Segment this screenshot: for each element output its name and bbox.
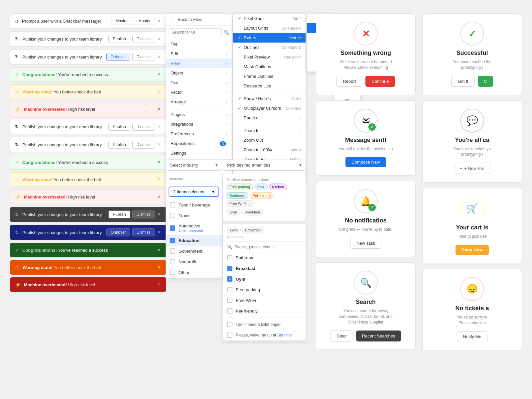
menu-item-edit[interactable]: Edit ›: [166, 49, 232, 59]
active-tag-gym[interactable]: Gym: [227, 227, 241, 233]
close-icon[interactable]: ×: [157, 17, 161, 25]
dismiss-btn[interactable]: Dismiss: [132, 35, 155, 43]
close-icon[interactable]: ×: [157, 141, 161, 148]
report-btn[interactable]: Report: [336, 76, 362, 87]
submenu-mask-outlines[interactable]: Mask Outlines: [233, 62, 306, 71]
menu-item-file[interactable]: File ›: [166, 39, 232, 49]
checkbox-food[interactable]: [170, 202, 175, 207]
publish-btn[interactable]: Publish: [108, 210, 130, 218]
amenity-bathroom[interactable]: Bathroom: [223, 252, 306, 263]
checkbox-free-wifi[interactable]: [227, 298, 232, 303]
close-icon[interactable]: ×: [157, 193, 161, 200]
submenu-zoom-100[interactable]: Zoom to 100% Shift+0: [233, 145, 306, 155]
close-icon[interactable]: ×: [157, 123, 161, 130]
tag-breakfast[interactable]: Breakfast: [241, 209, 263, 215]
master-btn-2[interactable]: Master: [134, 17, 155, 25]
checkbox-toilet-paper[interactable]: [227, 322, 232, 327]
shop-now-btn[interactable]: Shop Now: [456, 245, 489, 255]
submenu-multiplayer-cursors[interactable]: ✓ Multiplayer Cursors Ctrl+Alt+\: [233, 103, 306, 113]
checkbox-bathroom[interactable]: [227, 255, 232, 260]
checkbox-nonprofit[interactable]: [170, 259, 175, 264]
tag-kitchen[interactable]: Kitchen: [269, 184, 287, 190]
amenities-dropdown-trigger[interactable]: Pick desired amenities ▾: [223, 160, 306, 171]
onhover-btn[interactable]: Onhover: [106, 53, 130, 61]
industry-item-government[interactable]: Government: [166, 246, 222, 256]
checkbox-gym[interactable]: ✓: [227, 276, 232, 282]
tag-pool[interactable]: Pool: [254, 184, 268, 190]
checkbox-other[interactable]: [170, 270, 175, 275]
close-icon[interactable]: ×: [157, 229, 161, 236]
close-icon[interactable]: ×: [157, 88, 161, 95]
close-icon[interactable]: ×: [157, 264, 161, 271]
dismiss-btn[interactable]: Dismiss: [132, 228, 155, 236]
menu-item-text[interactable]: Text ›: [166, 78, 232, 87]
got-it-btn[interactable]: Got It: [451, 76, 474, 87]
submenu-rulers[interactable]: ✓ Rulers Shift+R: [233, 33, 306, 43]
close-icon[interactable]: ×: [157, 176, 161, 183]
industry-item-food[interactable]: Food / beverage: [166, 200, 222, 210]
submenu-panels[interactable]: Panels ›: [233, 113, 306, 123]
menu-item-preferences[interactable]: Preferences ›: [166, 129, 232, 139]
amenity-free-wifi[interactable]: Free Wi-Fi: [223, 295, 306, 306]
recent-searches-btn[interactable]: Recent Searches: [356, 331, 401, 341]
industry-selected-item[interactable]: 2 items selected ▾: [169, 187, 219, 197]
checkbox-education[interactable]: ✓: [170, 238, 175, 243]
close-icon[interactable]: ×: [157, 211, 161, 218]
tag-close-icon[interactable]: ×: [249, 201, 251, 205]
tag-bathroom[interactable]: Bathroom: [226, 192, 248, 199]
industry-item-other[interactable]: Other: [166, 267, 222, 278]
set-time-link[interactable]: Set time: [277, 333, 292, 337]
checkbox-travel[interactable]: [170, 213, 175, 218]
tag-gym[interactable]: Gym: [226, 209, 240, 215]
dismiss-btn[interactable]: Dismiss: [132, 53, 155, 61]
menu-item-vector[interactable]: Vector ›: [166, 87, 232, 97]
checkbox-automotive[interactable]: ✓: [170, 225, 175, 231]
menu-item-object[interactable]: Object ›: [166, 68, 232, 78]
menu-back[interactable]: ← Back to Files: [166, 14, 232, 26]
new-task-btn[interactable]: New Task: [350, 238, 381, 249]
close-icon[interactable]: ×: [157, 246, 161, 254]
close-icon[interactable]: ×: [157, 71, 161, 78]
industry-item-education[interactable]: ✓ Education: [166, 235, 222, 246]
menu-item-settings[interactable]: Settings ›: [166, 148, 232, 158]
menu-search-input[interactable]: [169, 28, 222, 36]
dismiss-btn[interactable]: Dismiss: [132, 141, 155, 149]
amenity-pet-friendly[interactable]: Pet-friendly: [223, 306, 306, 316]
close-icon[interactable]: ×: [157, 159, 161, 166]
industry-item-automotive[interactable]: ✓ Automotive 1 item selected: [166, 221, 222, 235]
notify-me-btn[interactable]: Notify Me: [457, 331, 488, 342]
tag-free-wifi[interactable]: Free Wi-Fi ×: [226, 200, 254, 207]
menu-item-repositories[interactable]: Repositories 3 ›: [166, 139, 232, 148]
amenity-free-parking[interactable]: Free parking: [223, 284, 306, 295]
menu-item-view[interactable]: View ›: [166, 59, 232, 68]
onhover-btn[interactable]: Onhover: [106, 228, 130, 236]
submenu-layout-grids[interactable]: Layout Grids Ctrl+Shift+4: [233, 23, 306, 33]
close-icon[interactable]: ×: [157, 105, 161, 113]
publish-btn[interactable]: Publish: [108, 35, 130, 43]
industry-item-nonprofit[interactable]: Nonprofit: [166, 256, 222, 267]
active-tag-breakfast[interactable]: Breakfast: [242, 227, 263, 233]
menu-item-integrations[interactable]: Integrations ›: [166, 119, 232, 129]
checkbox-breakfast[interactable]: ✓: [227, 266, 232, 271]
amenity-gym[interactable]: ✓ Gym: [223, 274, 306, 284]
checkbox-free-parking[interactable]: [227, 287, 232, 292]
checkbox-government[interactable]: [170, 248, 175, 254]
checkbox-wake-me[interactable]: [227, 332, 232, 338]
close-icon[interactable]: ×: [157, 53, 161, 61]
menu-item-arrange[interactable]: Arrange ›: [166, 97, 232, 107]
submenu-pixel-grid[interactable]: ✓ Pixel Grid Ctrl+': [233, 14, 306, 23]
submenu-outlines[interactable]: ✓ Outlines Ctrl+Shift+3: [233, 43, 306, 52]
submenu-frame-outlines[interactable]: Frame Outlines: [233, 71, 306, 81]
checkbox-pet-friendly[interactable]: [227, 308, 232, 314]
menu-item-plugins[interactable]: Plugins ›: [166, 110, 232, 119]
submenu-zoom-in[interactable]: Zoom In +: [233, 126, 306, 135]
submenu-zoom-out[interactable]: Zoom Out -: [233, 135, 306, 145]
amenity-breakfast[interactable]: ✓ Breakfast: [223, 263, 306, 274]
dismiss-btn[interactable]: Dismiss: [132, 210, 155, 218]
compose-new-btn[interactable]: Compose New: [345, 157, 386, 167]
industry-dropdown-trigger[interactable]: Select industry ▾: [166, 160, 222, 171]
continue-success-btn[interactable]: C: [478, 76, 493, 87]
continue-btn[interactable]: Continue: [365, 76, 395, 87]
clear-btn[interactable]: Clear: [331, 331, 353, 341]
master-btn-1[interactable]: Master: [111, 17, 132, 25]
